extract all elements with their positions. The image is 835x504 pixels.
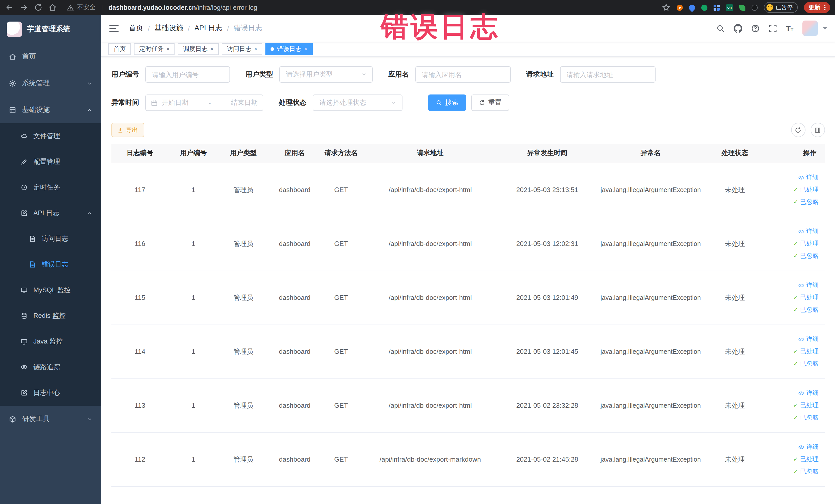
- sidebar-toggle-icon[interactable]: [109, 25, 119, 32]
- sidebar-item-error-log[interactable]: 错误日志: [0, 251, 101, 277]
- extension-icon[interactable]: [752, 4, 758, 11]
- cell-process-status: 未处理: [707, 379, 763, 432]
- sidebar-item-api-log[interactable]: API 日志: [0, 200, 101, 226]
- sidebar-item-scheduled-tasks[interactable]: 定时任务: [0, 175, 101, 200]
- mark-processed-link[interactable]: ✓ 已处理: [793, 293, 819, 302]
- close-tab-icon[interactable]: ×: [166, 46, 170, 52]
- close-tab-icon[interactable]: ×: [210, 46, 213, 52]
- mark-ignored-link[interactable]: ✓ 已忽略: [793, 198, 819, 206]
- browser-back-icon[interactable]: [5, 3, 14, 12]
- mark-processed-link[interactable]: ✓ 已处理: [793, 185, 819, 194]
- eye-icon: [21, 364, 28, 371]
- search-icon[interactable]: [716, 24, 725, 33]
- tab-home[interactable]: 首页: [108, 43, 131, 55]
- mark-processed-link[interactable]: ✓ 已处理: [793, 455, 819, 464]
- user-avatar[interactable]: [802, 21, 817, 36]
- sidebar-item-file-management[interactable]: 文件管理: [0, 123, 101, 149]
- detail-link[interactable]: 详细: [798, 443, 819, 451]
- detail-link[interactable]: 详细: [798, 281, 819, 289]
- process-status-select[interactable]: 请选择处理状态: [313, 95, 403, 111]
- browser-home-icon[interactable]: [48, 3, 57, 12]
- tab-scheduled-tasks[interactable]: 定时任务 ×: [134, 43, 175, 55]
- eye-icon: [798, 444, 804, 450]
- cell-user-type: 管理员: [219, 270, 268, 324]
- tab-dispatch-log[interactable]: 调度日志 ×: [178, 43, 219, 55]
- sidebar-item-trace[interactable]: 链路追踪: [0, 354, 101, 380]
- user-type-select[interactable]: 请选择用户类型: [279, 66, 373, 83]
- breadcrumb-api-log[interactable]: API 日志: [195, 24, 223, 33]
- tab-error-log[interactable]: 错误日志 ×: [266, 43, 313, 55]
- browser-toolbar-right: on 已暂停 更新: [662, 2, 830, 13]
- export-button[interactable]: 导出: [111, 123, 144, 137]
- mark-ignored-link[interactable]: ✓ 已忽略: [793, 305, 819, 314]
- extension-icon[interactable]: [688, 3, 696, 12]
- sidebar-item-mysql-monitor[interactable]: MySQL 监控: [0, 277, 101, 303]
- document-icon: [29, 235, 36, 242]
- extension-on-icon[interactable]: on: [726, 4, 733, 11]
- sidebar-item-config-management[interactable]: 配置管理: [0, 149, 101, 175]
- app-name-input[interactable]: [415, 66, 511, 83]
- infrastructure-icon: [9, 106, 16, 114]
- cell-operations: 详细 ✓ 已处理 ✓ 已忽略: [763, 217, 825, 270]
- mark-ignored-link[interactable]: ✓ 已忽略: [793, 251, 819, 260]
- extension-icon[interactable]: [701, 4, 708, 11]
- close-tab-icon[interactable]: ×: [304, 46, 307, 52]
- sidebar-item-log-center[interactable]: 日志中心: [0, 380, 101, 406]
- document-icon: [29, 261, 36, 268]
- browser-menu-icon[interactable]: [824, 5, 825, 11]
- sidebar-item-infrastructure[interactable]: 基础设施: [0, 97, 101, 123]
- app-title: 芋道管理系统: [27, 24, 70, 34]
- sidebar-item-dev-tools[interactable]: 研发工具: [0, 406, 101, 432]
- sidebar-item-system-management[interactable]: 系统管理: [0, 70, 101, 97]
- reset-button[interactable]: 重置: [471, 95, 509, 111]
- breadcrumb-home[interactable]: 首页: [129, 24, 143, 33]
- logo-image: [7, 21, 22, 37]
- detail-link[interactable]: 详细: [798, 173, 819, 182]
- github-icon[interactable]: [734, 24, 742, 33]
- security-indicator[interactable]: 不安全: [67, 3, 96, 12]
- fullscreen-icon[interactable]: [769, 24, 777, 33]
- mark-ignored-link[interactable]: ✓ 已忽略: [793, 360, 819, 368]
- extension-icon[interactable]: [677, 4, 683, 11]
- profile-paused-badge[interactable]: 已暂停: [764, 2, 798, 13]
- close-tab-icon[interactable]: ×: [254, 46, 258, 52]
- browser-forward-icon[interactable]: [20, 3, 28, 12]
- mark-ignored-link[interactable]: ✓ 已忽略: [793, 467, 819, 476]
- cell-process-status: 未处理: [707, 217, 763, 270]
- mark-processed-link[interactable]: ✓ 已处理: [793, 347, 819, 356]
- mark-ignored-link[interactable]: ✓ 已忽略: [793, 414, 819, 422]
- detail-link[interactable]: 详细: [798, 335, 819, 344]
- bookmark-star-icon[interactable]: [662, 3, 670, 12]
- url-bar[interactable]: dashboard.yudao.iocoder.cn/infra/log/api…: [108, 4, 257, 11]
- cloud-icon: [21, 133, 28, 140]
- exception-time-range-picker[interactable]: 开始日期 - 结束日期: [145, 95, 263, 111]
- font-size-icon[interactable]: TT: [786, 24, 793, 32]
- request-url-input[interactable]: [560, 66, 655, 83]
- sidebar-item-home[interactable]: 首页: [0, 43, 101, 70]
- mark-processed-link[interactable]: ✓ 已处理: [793, 239, 819, 248]
- col-exception-name: 异常名: [595, 144, 707, 163]
- filter-user-type: 用户类型 请选择用户类型: [245, 66, 373, 83]
- breadcrumb-infrastructure[interactable]: 基础设施: [155, 24, 183, 33]
- cell-user-type: 管理员: [219, 324, 268, 379]
- cell-operations: 详细 ✓ 已处理 ✓ 已忽略: [763, 163, 825, 217]
- check-icon: ✓: [793, 307, 798, 313]
- extension-icon[interactable]: [739, 4, 746, 11]
- sidebar-item-access-log[interactable]: 访问日志: [0, 226, 101, 251]
- detail-link[interactable]: 详细: [798, 389, 819, 398]
- column-settings-button[interactable]: [810, 123, 825, 137]
- refresh-button[interactable]: [791, 123, 805, 137]
- sidebar-item-redis-monitor[interactable]: Redis 监控: [0, 303, 101, 329]
- tab-access-log[interactable]: 访问日志 ×: [222, 43, 263, 55]
- search-button[interactable]: 搜索: [428, 95, 466, 111]
- eye-icon: [798, 228, 804, 235]
- help-icon[interactable]: [751, 24, 760, 33]
- browser-reload-icon[interactable]: [34, 3, 43, 12]
- avatar-caret-icon[interactable]: [823, 27, 827, 29]
- browser-update-button[interactable]: 更新: [804, 2, 830, 13]
- extension-icon[interactable]: [714, 4, 720, 11]
- user-id-input[interactable]: [145, 66, 230, 83]
- detail-link[interactable]: 详细: [798, 227, 819, 236]
- mark-processed-link[interactable]: ✓ 已处理: [793, 401, 819, 410]
- sidebar-item-java-monitor[interactable]: Java 监控: [0, 329, 101, 354]
